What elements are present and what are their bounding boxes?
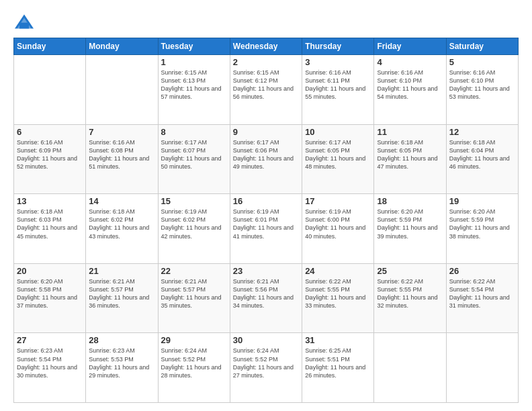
calendar-cell: 24Sunrise: 6:22 AM Sunset: 5:55 PM Dayli… bbox=[302, 263, 374, 333]
calendar-cell: 2Sunrise: 6:15 AM Sunset: 6:12 PM Daylig… bbox=[230, 55, 302, 125]
day-number: 6 bbox=[17, 127, 83, 137]
calendar-cell: 21Sunrise: 6:21 AM Sunset: 5:57 PM Dayli… bbox=[86, 263, 158, 333]
calendar-cell: 28Sunrise: 6:23 AM Sunset: 5:53 PM Dayli… bbox=[86, 333, 158, 403]
calendar-header-row: SundayMondayTuesdayWednesdayThursdayFrid… bbox=[14, 38, 519, 55]
day-header-tuesday: Tuesday bbox=[158, 38, 230, 55]
calendar-cell: 9Sunrise: 6:17 AM Sunset: 6:06 PM Daylig… bbox=[230, 124, 302, 194]
day-info: Sunrise: 6:21 AM Sunset: 5:57 PM Dayligh… bbox=[161, 277, 227, 310]
logo-icon bbox=[13, 12, 35, 31]
header bbox=[13, 12, 519, 31]
calendar-cell bbox=[14, 55, 86, 125]
calendar-cell: 8Sunrise: 6:17 AM Sunset: 6:07 PM Daylig… bbox=[158, 124, 230, 194]
day-number: 30 bbox=[233, 335, 299, 345]
calendar-cell: 27Sunrise: 6:23 AM Sunset: 5:54 PM Dayli… bbox=[14, 333, 86, 403]
day-info: Sunrise: 6:23 AM Sunset: 5:53 PM Dayligh… bbox=[89, 347, 154, 379]
calendar-cell: 26Sunrise: 6:22 AM Sunset: 5:54 PM Dayli… bbox=[446, 263, 518, 333]
calendar-cell bbox=[446, 333, 518, 403]
day-number: 17 bbox=[305, 196, 371, 206]
day-info: Sunrise: 6:22 AM Sunset: 5:55 PM Dayligh… bbox=[305, 277, 371, 310]
calendar-cell bbox=[374, 333, 446, 403]
day-number: 14 bbox=[89, 196, 154, 206]
day-number: 29 bbox=[161, 335, 227, 345]
calendar-cell: 7Sunrise: 6:16 AM Sunset: 6:08 PM Daylig… bbox=[86, 124, 158, 194]
svg-rect-2 bbox=[19, 23, 29, 29]
day-info: Sunrise: 6:15 AM Sunset: 6:12 PM Dayligh… bbox=[233, 68, 299, 101]
calendar-cell: 11Sunrise: 6:18 AM Sunset: 6:05 PM Dayli… bbox=[374, 124, 446, 194]
calendar-cell: 29Sunrise: 6:24 AM Sunset: 5:52 PM Dayli… bbox=[158, 333, 230, 403]
day-number: 9 bbox=[233, 127, 299, 137]
day-number: 23 bbox=[233, 266, 299, 276]
day-number: 11 bbox=[377, 127, 443, 137]
day-info: Sunrise: 6:16 AM Sunset: 6:08 PM Dayligh… bbox=[89, 138, 154, 171]
day-info: Sunrise: 6:16 AM Sunset: 6:10 PM Dayligh… bbox=[377, 68, 443, 101]
day-header-wednesday: Wednesday bbox=[230, 38, 302, 55]
calendar-cell: 14Sunrise: 6:18 AM Sunset: 6:02 PM Dayli… bbox=[86, 194, 158, 264]
day-number: 8 bbox=[161, 127, 227, 137]
day-info: Sunrise: 6:20 AM Sunset: 5:59 PM Dayligh… bbox=[377, 208, 443, 240]
calendar-cell: 4Sunrise: 6:16 AM Sunset: 6:10 PM Daylig… bbox=[374, 55, 446, 125]
calendar-week-1: 1Sunrise: 6:15 AM Sunset: 6:13 PM Daylig… bbox=[14, 55, 519, 125]
calendar-cell: 16Sunrise: 6:19 AM Sunset: 6:01 PM Dayli… bbox=[230, 194, 302, 264]
day-info: Sunrise: 6:18 AM Sunset: 6:05 PM Dayligh… bbox=[377, 138, 443, 171]
day-number: 16 bbox=[233, 196, 299, 206]
day-info: Sunrise: 6:17 AM Sunset: 6:07 PM Dayligh… bbox=[161, 138, 227, 171]
day-number: 10 bbox=[305, 127, 371, 137]
calendar-cell: 30Sunrise: 6:24 AM Sunset: 5:52 PM Dayli… bbox=[230, 333, 302, 403]
day-info: Sunrise: 6:19 AM Sunset: 6:02 PM Dayligh… bbox=[161, 208, 227, 240]
calendar-cell: 10Sunrise: 6:17 AM Sunset: 6:05 PM Dayli… bbox=[302, 124, 374, 194]
day-header-thursday: Thursday bbox=[302, 38, 374, 55]
calendar-cell: 25Sunrise: 6:22 AM Sunset: 5:55 PM Dayli… bbox=[374, 263, 446, 333]
day-number: 15 bbox=[161, 196, 227, 206]
day-header-sunday: Sunday bbox=[14, 38, 86, 55]
day-info: Sunrise: 6:16 AM Sunset: 6:09 PM Dayligh… bbox=[17, 138, 83, 171]
day-number: 3 bbox=[305, 57, 371, 67]
day-info: Sunrise: 6:16 AM Sunset: 6:11 PM Dayligh… bbox=[305, 68, 371, 101]
day-info: Sunrise: 6:24 AM Sunset: 5:52 PM Dayligh… bbox=[233, 347, 299, 379]
calendar-cell: 17Sunrise: 6:19 AM Sunset: 6:00 PM Dayli… bbox=[302, 194, 374, 264]
day-info: Sunrise: 6:23 AM Sunset: 5:54 PM Dayligh… bbox=[17, 347, 83, 379]
calendar-cell: 1Sunrise: 6:15 AM Sunset: 6:13 PM Daylig… bbox=[158, 55, 230, 125]
calendar-cell: 23Sunrise: 6:21 AM Sunset: 5:56 PM Dayli… bbox=[230, 263, 302, 333]
day-info: Sunrise: 6:18 AM Sunset: 6:03 PM Dayligh… bbox=[17, 208, 83, 240]
calendar-cell: 18Sunrise: 6:20 AM Sunset: 5:59 PM Dayli… bbox=[374, 194, 446, 264]
day-info: Sunrise: 6:22 AM Sunset: 5:54 PM Dayligh… bbox=[449, 277, 515, 310]
calendar-cell bbox=[86, 55, 158, 125]
day-info: Sunrise: 6:15 AM Sunset: 6:13 PM Dayligh… bbox=[161, 68, 227, 101]
calendar-week-2: 6Sunrise: 6:16 AM Sunset: 6:09 PM Daylig… bbox=[14, 124, 519, 194]
day-info: Sunrise: 6:18 AM Sunset: 6:04 PM Dayligh… bbox=[449, 138, 515, 171]
calendar-cell: 19Sunrise: 6:20 AM Sunset: 5:59 PM Dayli… bbox=[446, 194, 518, 264]
calendar-table: SundayMondayTuesdayWednesdayThursdayFrid… bbox=[13, 38, 519, 403]
day-info: Sunrise: 6:21 AM Sunset: 5:57 PM Dayligh… bbox=[89, 277, 154, 310]
day-number: 18 bbox=[377, 196, 443, 206]
day-info: Sunrise: 6:21 AM Sunset: 5:56 PM Dayligh… bbox=[233, 277, 299, 310]
day-info: Sunrise: 6:18 AM Sunset: 6:02 PM Dayligh… bbox=[89, 208, 154, 240]
calendar-cell: 31Sunrise: 6:25 AM Sunset: 5:51 PM Dayli… bbox=[302, 333, 374, 403]
calendar-cell: 6Sunrise: 6:16 AM Sunset: 6:09 PM Daylig… bbox=[14, 124, 86, 194]
day-number: 4 bbox=[377, 57, 443, 67]
day-number: 24 bbox=[305, 266, 371, 276]
logo bbox=[13, 12, 38, 31]
day-number: 21 bbox=[89, 266, 154, 276]
day-info: Sunrise: 6:22 AM Sunset: 5:55 PM Dayligh… bbox=[377, 277, 443, 310]
day-number: 27 bbox=[17, 335, 83, 345]
calendar-cell: 13Sunrise: 6:18 AM Sunset: 6:03 PM Dayli… bbox=[14, 194, 86, 264]
page: SundayMondayTuesdayWednesdayThursdayFrid… bbox=[0, 0, 532, 411]
day-info: Sunrise: 6:24 AM Sunset: 5:52 PM Dayligh… bbox=[161, 347, 227, 379]
day-number: 7 bbox=[89, 127, 154, 137]
day-header-friday: Friday bbox=[374, 38, 446, 55]
day-number: 31 bbox=[305, 335, 371, 345]
day-number: 2 bbox=[233, 57, 299, 67]
day-number: 13 bbox=[17, 196, 83, 206]
calendar-cell: 15Sunrise: 6:19 AM Sunset: 6:02 PM Dayli… bbox=[158, 194, 230, 264]
day-info: Sunrise: 6:17 AM Sunset: 6:05 PM Dayligh… bbox=[305, 138, 371, 171]
calendar-week-5: 27Sunrise: 6:23 AM Sunset: 5:54 PM Dayli… bbox=[14, 333, 519, 403]
day-header-monday: Monday bbox=[86, 38, 158, 55]
calendar-cell: 12Sunrise: 6:18 AM Sunset: 6:04 PM Dayli… bbox=[446, 124, 518, 194]
day-number: 12 bbox=[449, 127, 515, 137]
day-info: Sunrise: 6:20 AM Sunset: 5:58 PM Dayligh… bbox=[17, 277, 83, 310]
day-info: Sunrise: 6:20 AM Sunset: 5:59 PM Dayligh… bbox=[449, 208, 515, 240]
day-number: 20 bbox=[17, 266, 83, 276]
day-number: 25 bbox=[377, 266, 443, 276]
day-info: Sunrise: 6:16 AM Sunset: 6:10 PM Dayligh… bbox=[449, 68, 515, 101]
calendar-cell: 22Sunrise: 6:21 AM Sunset: 5:57 PM Dayli… bbox=[158, 263, 230, 333]
